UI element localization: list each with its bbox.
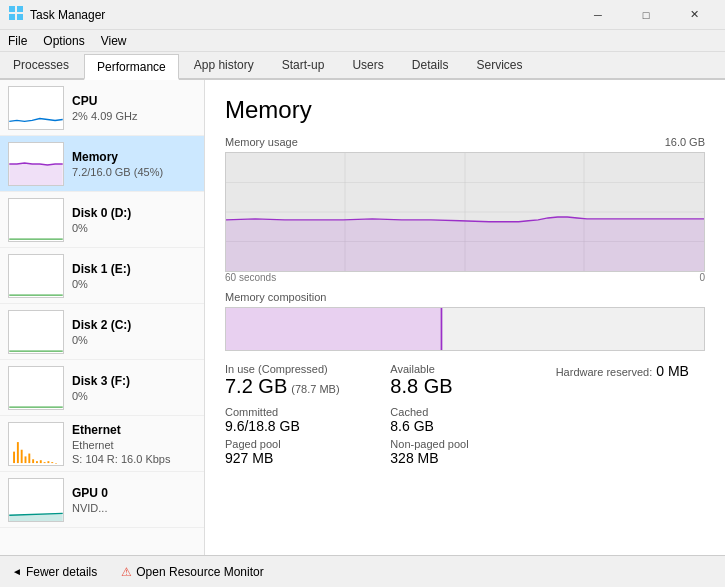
content-area: Memory Memory usage 16.0 GB (205, 80, 725, 555)
memory-graph (8, 142, 64, 186)
usage-chart (225, 152, 705, 272)
ethernet-graph (8, 422, 64, 466)
stat-paged-pool: Paged pool 927 MB (225, 438, 374, 466)
svg-rect-8 (9, 255, 62, 297)
disk3-info: Disk 3 (F:) 0% (72, 374, 196, 402)
disk0-info: Disk 0 (D:) 0% (72, 206, 196, 234)
cpu-sub: 2% 4.09 GHz (72, 110, 196, 122)
usage-chart-container: Memory usage 16.0 GB 60 seco (225, 136, 705, 283)
disk3-sub: 0% (72, 390, 196, 402)
time-start-label: 60 seconds (225, 272, 276, 283)
menu-bar: File Options View (0, 30, 725, 52)
window-title: Task Manager (30, 8, 575, 22)
sidebar-item-disk1[interactable]: Disk 1 (E:) 0% (0, 248, 204, 304)
composition-chart-container: Memory composition (225, 291, 705, 351)
svg-marker-6 (9, 163, 62, 185)
svg-rect-2 (9, 14, 15, 20)
composition-label-text: Memory composition (225, 291, 326, 303)
stat-available: Available 8.8 GB (390, 363, 539, 398)
tab-performance[interactable]: Performance (84, 54, 179, 80)
sidebar: CPU 2% 4.09 GHz Memory 7.2/16.0 GB (45%) (0, 80, 205, 555)
tab-users[interactable]: Users (339, 52, 396, 78)
content-title: Memory (225, 96, 705, 124)
stat-hw-reserved-value: 0 MB (656, 363, 689, 379)
svg-rect-9 (9, 311, 62, 353)
svg-rect-17 (32, 459, 34, 463)
maximize-button[interactable]: □ (623, 0, 669, 30)
sidebar-item-disk2[interactable]: Disk 2 (C:) 0% (0, 304, 204, 360)
disk0-sub: 0% (72, 222, 196, 234)
sidebar-item-memory[interactable]: Memory 7.2/16.0 GB (45%) (0, 136, 204, 192)
menu-view[interactable]: View (93, 32, 135, 50)
composition-label: Memory composition (225, 291, 705, 303)
cpu-label: CPU (72, 94, 196, 108)
fewer-details-button[interactable]: ◄ Fewer details (8, 563, 101, 581)
title-bar: Task Manager ─ □ ✕ (0, 0, 725, 30)
stat-non-paged-pool-label: Non-paged pool (390, 438, 539, 450)
sidebar-item-cpu[interactable]: CPU 2% 4.09 GHz (0, 80, 204, 136)
app-icon (8, 5, 24, 24)
ethernet-sub2: S: 104 R: 16.0 Kbps (72, 453, 196, 465)
close-button[interactable]: ✕ (671, 0, 717, 30)
disk2-info: Disk 2 (C:) 0% (72, 318, 196, 346)
stat-non-paged-pool: Non-paged pool 328 MB (390, 438, 539, 466)
disk3-label: Disk 3 (F:) (72, 374, 196, 388)
chart-time-labels: 60 seconds 0 (225, 272, 705, 283)
ethernet-info: Ethernet Ethernet S: 104 R: 16.0 Kbps (72, 423, 196, 465)
chart-label: Memory usage 16.0 GB (225, 136, 705, 148)
ethernet-sub: Ethernet (72, 439, 196, 451)
svg-rect-15 (25, 456, 27, 463)
stat-in-use-sub: (78.7 MB) (291, 383, 339, 395)
tab-details[interactable]: Details (399, 52, 462, 78)
sidebar-item-disk0[interactable]: Disk 0 (D:) 0% (0, 192, 204, 248)
ethernet-label: Ethernet (72, 423, 196, 437)
minimize-button[interactable]: ─ (575, 0, 621, 30)
cpu-graph (8, 86, 64, 130)
chart-max-label: 16.0 GB (665, 136, 705, 148)
sidebar-item-gpu0[interactable]: GPU 0 NVID... (0, 472, 204, 528)
disk1-graph (8, 254, 64, 298)
main-content: CPU 2% 4.09 GHz Memory 7.2/16.0 GB (45%) (0, 80, 725, 555)
menu-file[interactable]: File (0, 32, 35, 50)
menu-options[interactable]: Options (35, 32, 92, 50)
sidebar-item-ethernet[interactable]: Ethernet Ethernet S: 104 R: 16.0 Kbps (0, 416, 204, 472)
svg-rect-3 (17, 14, 23, 20)
gpu0-graph (8, 478, 64, 522)
stat-in-use: In use (Compressed) 7.2 GB (78.7 MB) (225, 363, 374, 398)
tab-processes[interactable]: Processes (0, 52, 82, 78)
disk3-graph (8, 366, 64, 410)
stat-in-use-label: In use (Compressed) (225, 363, 374, 375)
tab-startup[interactable]: Start-up (269, 52, 338, 78)
stats-row2: Committed 9.6/18.8 GB Cached 8.6 GB (225, 406, 705, 434)
stat-paged-pool-value: 927 MB (225, 450, 374, 466)
svg-rect-14 (21, 449, 23, 462)
stat-available-value: 8.8 GB (390, 375, 539, 398)
svg-rect-7 (9, 199, 62, 241)
disk2-sub: 0% (72, 334, 196, 346)
chevron-left-icon: ◄ (12, 566, 22, 577)
chart-label-text: Memory usage (225, 136, 298, 148)
stat-hardware-reserved: Hardware reserved: 0 MB (556, 363, 705, 398)
disk1-label: Disk 1 (E:) (72, 262, 196, 276)
svg-marker-32 (226, 217, 704, 271)
open-resource-monitor-button[interactable]: ⚠ Open Resource Monitor (117, 563, 267, 581)
tab-services[interactable]: Services (463, 52, 535, 78)
sidebar-item-disk3[interactable]: Disk 3 (F:) 0% (0, 360, 204, 416)
stat-non-paged-pool-value: 328 MB (390, 450, 539, 466)
disk0-graph (8, 198, 64, 242)
disk1-sub: 0% (72, 278, 196, 290)
svg-rect-19 (40, 460, 42, 463)
stat-cached: Cached 8.6 GB (390, 406, 539, 434)
bottom-bar: ◄ Fewer details ⚠ Open Resource Monitor (0, 555, 725, 587)
gpu0-sub: NVID... (72, 502, 196, 514)
stats-row3: Paged pool 927 MB Non-paged pool 328 MB (225, 438, 705, 466)
svg-rect-33 (226, 308, 441, 350)
svg-rect-12 (13, 451, 15, 462)
stat-committed: Committed 9.6/18.8 GB (225, 406, 374, 434)
svg-rect-35 (443, 308, 704, 350)
gpu0-info: GPU 0 NVID... (72, 486, 196, 514)
stat-paged-pool-label: Paged pool (225, 438, 374, 450)
cpu-info: CPU 2% 4.09 GHz (72, 94, 196, 122)
tab-app-history[interactable]: App history (181, 52, 267, 78)
svg-rect-34 (441, 308, 443, 350)
